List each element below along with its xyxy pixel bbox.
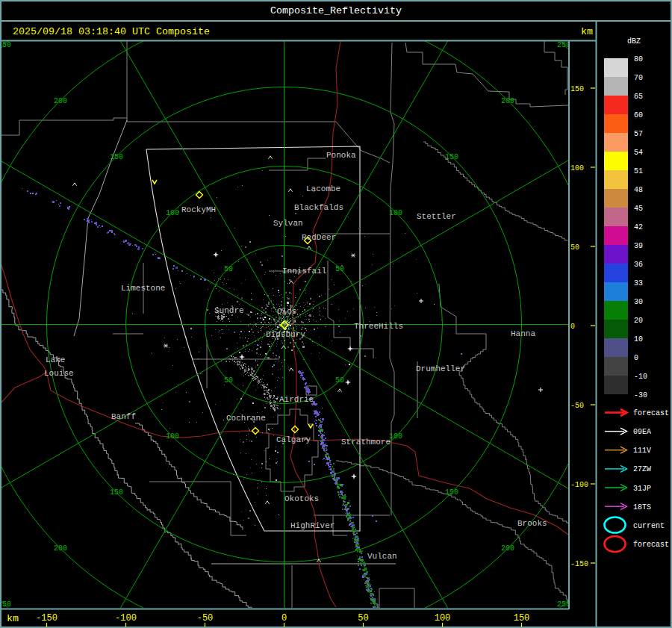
svg-text:150: 150	[110, 488, 123, 497]
svg-text:forecast: forecast	[633, 409, 669, 417]
svg-text:km: km	[7, 613, 19, 624]
svg-text:0: 0	[570, 323, 575, 331]
svg-text:Lake: Lake	[46, 355, 65, 364]
svg-text:150: 150	[110, 153, 123, 161]
svg-text:50: 50	[335, 265, 344, 273]
svg-text:Stettler: Stettler	[417, 212, 456, 221]
svg-text:100: 100	[435, 613, 451, 624]
svg-text:Olds: Olds	[277, 307, 296, 316]
svg-text:111V: 111V	[633, 447, 651, 455]
svg-text:Blackfalds: Blackfalds	[294, 203, 343, 212]
svg-text:60: 60	[634, 111, 643, 119]
svg-text:50: 50	[224, 376, 233, 385]
svg-text:Brooks: Brooks	[517, 519, 547, 528]
svg-text:150: 150	[445, 153, 458, 161]
svg-text:0: 0	[281, 613, 287, 624]
svg-text:30: 30	[634, 298, 643, 306]
svg-text:80: 80	[634, 55, 643, 63]
svg-text:RedDeer: RedDeer	[302, 233, 336, 242]
svg-text:dBZ: dBZ	[627, 37, 641, 46]
svg-text:Vulcan: Vulcan	[367, 552, 397, 561]
svg-text:ThreeHills: ThreeHills	[354, 322, 403, 331]
svg-text:-50: -50	[570, 402, 584, 410]
svg-text:-150: -150	[36, 613, 57, 624]
svg-text:50: 50	[358, 613, 368, 624]
svg-text:09EA: 09EA	[633, 428, 651, 436]
svg-text:250: 250	[0, 600, 11, 609]
svg-text:current: current	[633, 522, 665, 530]
svg-text:Sylvan: Sylvan	[273, 219, 303, 228]
svg-text:Drumheller: Drumheller	[416, 364, 465, 373]
svg-text:Innisfail: Innisfail	[282, 267, 326, 276]
svg-text:Cochrane: Cochrane	[226, 414, 266, 423]
svg-text:36: 36	[634, 261, 643, 269]
svg-text:70: 70	[634, 74, 643, 82]
svg-text:250: 250	[0, 41, 11, 49]
svg-text:-10: -10	[634, 373, 647, 381]
svg-text:27ZW: 27ZW	[633, 465, 651, 473]
svg-text:100: 100	[570, 164, 584, 172]
svg-text:forecast: forecast	[633, 541, 669, 549]
svg-text:-100: -100	[570, 481, 588, 489]
svg-text:Banff: Banff	[111, 412, 136, 421]
svg-text:Airdrie: Airdrie	[279, 395, 314, 404]
svg-text:150: 150	[445, 488, 458, 497]
svg-text:HighRiver: HighRiver	[290, 521, 335, 530]
svg-text:65: 65	[634, 93, 643, 101]
svg-text:Louise: Louise	[44, 369, 74, 378]
svg-text:57: 57	[634, 130, 643, 138]
svg-text:54: 54	[634, 149, 643, 157]
svg-text:200: 200	[54, 97, 67, 105]
svg-text:50: 50	[335, 376, 344, 385]
svg-text:-30: -30	[634, 391, 647, 400]
svg-text:51: 51	[634, 167, 643, 175]
svg-text:2025/09/18 03:18:40 UTC Compos: 2025/09/18 03:18:40 UTC Composite	[13, 26, 210, 37]
svg-text:31JP: 31JP	[633, 485, 651, 493]
svg-text:-150: -150	[570, 560, 588, 568]
svg-text:10: 10	[634, 335, 643, 343]
svg-text:200: 200	[501, 97, 514, 105]
svg-text:RockyMH: RockyMH	[181, 205, 216, 214]
svg-text:-50: -50	[197, 613, 214, 624]
svg-text:42: 42	[634, 223, 643, 231]
svg-text:Composite_Reflectivity: Composite_Reflectivity	[270, 5, 402, 16]
svg-text:33: 33	[634, 279, 643, 287]
svg-text:Strathmore: Strathmore	[341, 438, 391, 447]
svg-text:km: km	[581, 26, 593, 37]
svg-text:Limestone: Limestone	[121, 284, 165, 293]
svg-text:100: 100	[389, 432, 402, 441]
svg-text:39: 39	[634, 242, 643, 250]
svg-text:Sundre: Sundre	[214, 306, 244, 315]
svg-text:-100: -100	[115, 613, 137, 624]
svg-text:100: 100	[389, 209, 402, 217]
svg-text:200: 200	[54, 544, 67, 553]
svg-text:150: 150	[570, 85, 584, 93]
svg-text:Didsbury: Didsbury	[266, 330, 305, 339]
svg-text:0: 0	[634, 354, 638, 362]
svg-text:18TS: 18TS	[633, 503, 651, 512]
svg-text:Ponoka: Ponoka	[326, 151, 356, 160]
svg-text:100: 100	[166, 432, 179, 441]
svg-text:200: 200	[501, 544, 514, 553]
svg-text:50: 50	[570, 243, 579, 252]
svg-text:Hanna: Hanna	[511, 329, 535, 338]
svg-text:100: 100	[166, 209, 179, 217]
svg-text:50: 50	[224, 265, 233, 273]
svg-text:Lacombe: Lacombe	[306, 184, 340, 193]
svg-text:Calgary: Calgary	[276, 435, 311, 444]
svg-text:Okotoks: Okotoks	[284, 494, 319, 503]
svg-text:150: 150	[514, 613, 530, 624]
svg-text:48: 48	[634, 186, 643, 194]
svg-text:20: 20	[634, 317, 643, 325]
svg-text:45: 45	[634, 205, 643, 213]
